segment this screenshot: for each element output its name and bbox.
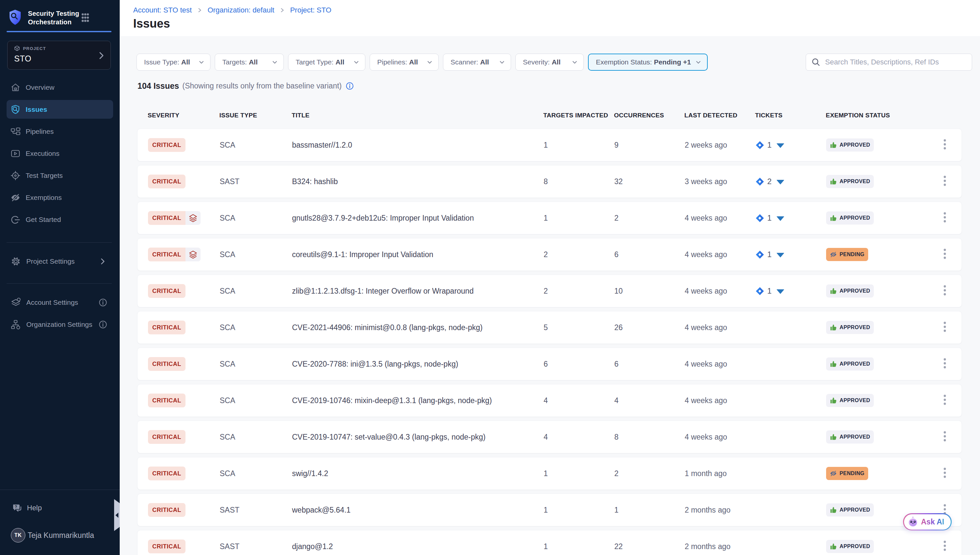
svg-text:?: ? bbox=[15, 505, 17, 509]
